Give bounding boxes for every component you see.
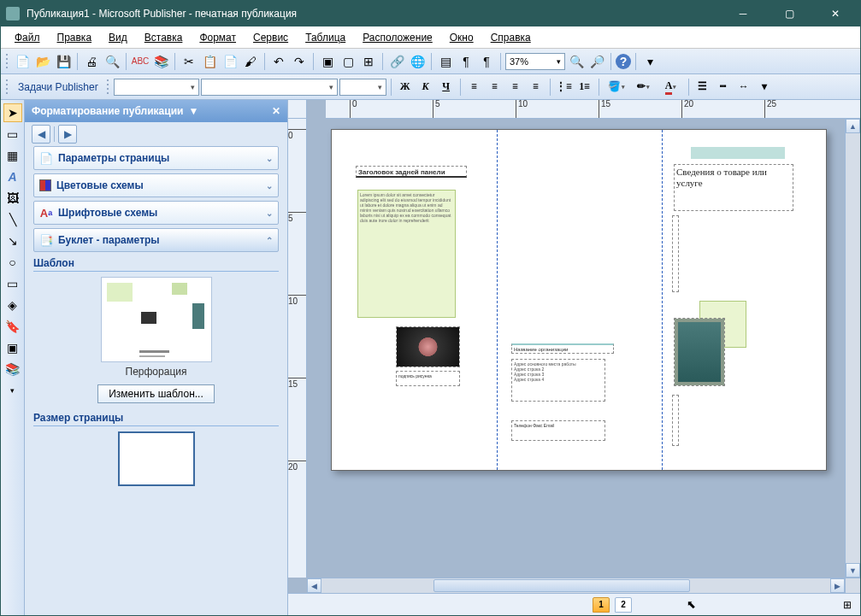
open-icon[interactable]: 📂 — [33, 52, 52, 71]
template-preview[interactable] — [101, 277, 212, 362]
zoom-out-icon[interactable]: 🔍 — [567, 52, 586, 71]
table-tool-icon[interactable]: ▦ — [3, 146, 22, 165]
spellcheck-icon[interactable]: ABC — [131, 52, 150, 71]
vertical-scrollbar[interactable]: ▲ ▼ — [845, 119, 860, 578]
menu-help[interactable]: Справка — [484, 29, 538, 46]
text-frame[interactable]: подпись рисунка — [396, 371, 460, 386]
text-frame[interactable]: Название организации — [511, 343, 614, 354]
print-icon[interactable]: 🖨 — [82, 52, 101, 71]
wordart-tool-icon[interactable]: A — [3, 167, 22, 186]
zoom-combo[interactable]: 37%▾ — [505, 53, 565, 70]
picture-tool-icon[interactable]: 🖼 — [3, 189, 22, 208]
scroll-down-icon[interactable]: ▼ — [846, 563, 860, 578]
text-frame[interactable]: Адрес основного места работыАдрес строка… — [511, 359, 605, 402]
nav-forward-icon[interactable]: ▶ — [58, 125, 77, 144]
text-frame[interactable]: Lorem ipsum dolor sit amet consectetur a… — [357, 190, 456, 318]
horizontal-ruler[interactable]: 0 5 10 15 20 25 30 — [326, 100, 845, 119]
font-size-combo[interactable]: ▾ — [339, 79, 386, 96]
text-frame[interactable]: Сведения о товаре или услуге — [674, 164, 793, 211]
bring-front-icon[interactable]: ▣ — [318, 52, 337, 71]
page-tab-2[interactable]: 2 — [615, 597, 632, 613]
menu-table[interactable]: Таблица — [298, 29, 352, 46]
category-color-schemes[interactable]: Цветовые схемы ⌄ — [33, 173, 279, 197]
arrow-style-icon[interactable]: ↔ — [734, 78, 753, 97]
change-template-button[interactable]: Изменить шаблон... — [97, 384, 215, 403]
item-library-icon[interactable]: 📚 — [3, 360, 22, 378]
copy-icon[interactable]: 📋 — [200, 52, 219, 71]
horizontal-scrollbar[interactable]: ◀ ▶ — [307, 578, 845, 593]
columns-icon[interactable]: ▤ — [436, 52, 455, 71]
undo-icon[interactable]: ↶ — [269, 52, 288, 71]
toolbar-options-icon[interactable]: ▾ — [755, 78, 774, 97]
select-tool-icon[interactable]: ➤ — [3, 103, 22, 122]
bookmark-tool-icon[interactable]: 🔖 — [3, 317, 22, 336]
paste-icon[interactable]: 📄 — [221, 52, 239, 71]
line-style-icon[interactable]: ☰ — [693, 78, 712, 97]
redo-icon[interactable]: ↷ — [290, 52, 309, 71]
menu-arrange[interactable]: Расположение — [356, 29, 439, 46]
fill-color-icon[interactable]: 🪣▾ — [604, 78, 629, 97]
align-right-icon[interactable]: ≡ — [506, 78, 525, 97]
picture-frame[interactable] — [674, 318, 725, 386]
page-tab-1[interactable]: 1 — [593, 597, 610, 613]
menu-file[interactable]: Файл — [8, 29, 47, 46]
maximize-button[interactable]: ▢ — [770, 1, 809, 26]
oval-tool-icon[interactable]: ○ — [3, 253, 22, 272]
menu-tools[interactable]: Сервис — [246, 29, 295, 46]
nav-back-icon[interactable]: ◀ — [32, 125, 50, 144]
bold-button[interactable]: Ж — [396, 78, 415, 97]
text-frame[interactable] — [691, 147, 785, 159]
tasks-label[interactable]: Задачи Publisher — [13, 79, 103, 95]
scroll-up-icon[interactable]: ▲ — [846, 119, 860, 133]
line-color-icon[interactable]: ✏▾ — [631, 78, 657, 97]
menu-edit[interactable]: Правка — [50, 29, 99, 46]
style-combo[interactable]: ▾ — [114, 79, 199, 96]
design-gallery-icon[interactable]: ▣ — [3, 338, 22, 357]
task-pane-menu-icon[interactable]: ▼ — [188, 105, 198, 117]
send-back-icon[interactable]: ▢ — [339, 52, 357, 71]
line-tool-icon[interactable]: ╲ — [3, 210, 22, 229]
italic-button[interactable]: К — [416, 78, 435, 97]
format-painter-icon[interactable]: 🖌 — [241, 52, 260, 71]
menu-window[interactable]: Окно — [443, 29, 481, 46]
bullets-icon[interactable]: ⋮≡ — [555, 78, 574, 97]
paragraph-icon[interactable]: ¶ — [457, 52, 475, 71]
font-combo[interactable]: ▾ — [201, 79, 338, 96]
menu-format[interactable]: Формат — [192, 29, 243, 46]
task-pane-close-icon[interactable]: ✕ — [272, 105, 280, 117]
toolbar-options-icon[interactable]: ▾ — [640, 52, 659, 71]
publication-page[interactable]: Заголовок задней панели Lorem ipsum dolo… — [331, 129, 827, 471]
new-icon[interactable]: 📄 — [13, 52, 32, 71]
page-size-preview[interactable] — [118, 431, 195, 486]
save-icon[interactable]: 💾 — [54, 52, 73, 71]
rectangle-tool-icon[interactable]: ▭ — [3, 274, 22, 293]
zoom-in-icon[interactable]: 🔎 — [587, 52, 606, 71]
vertical-ruler[interactable]: 0 5 10 15 20 — [288, 119, 307, 578]
underline-button[interactable]: Ч — [437, 78, 456, 97]
justify-icon[interactable]: ≡ — [527, 78, 545, 97]
scroll-thumb[interactable] — [433, 579, 690, 592]
close-button[interactable]: ✕ — [816, 1, 855, 26]
print-preview-icon[interactable]: 🔍 — [103, 52, 121, 71]
align-center-icon[interactable]: ≡ — [486, 78, 504, 97]
picture-frame[interactable] — [396, 326, 460, 367]
category-font-schemes[interactable]: Aa Шрифтовые схемы ⌄ — [33, 201, 279, 225]
category-booklet-options[interactable]: 📑 Буклет - параметры ⌃ — [33, 228, 279, 252]
text-frame[interactable] — [672, 215, 679, 292]
autoshapes-tool-icon[interactable]: ◈ — [3, 296, 22, 314]
text-frame[interactable]: Заголовок задней панели — [356, 166, 467, 178]
canvas[interactable]: Заголовок задней панели Lorem ipsum dolo… — [307, 119, 845, 578]
dash-style-icon[interactable]: ┅ — [714, 78, 733, 97]
text-frame[interactable]: Телефон Факс Email — [511, 420, 605, 441]
cut-icon[interactable]: ✂ — [180, 52, 198, 71]
minimize-button[interactable]: ─ — [723, 1, 763, 26]
text-frame[interactable] — [672, 395, 679, 446]
font-color-icon[interactable]: A▾ — [658, 78, 684, 97]
toolbar-grip[interactable] — [105, 79, 110, 96]
research-icon[interactable]: 📚 — [151, 52, 170, 71]
hyperlink-icon[interactable]: 🔗 — [387, 52, 406, 71]
arrow-tool-icon[interactable]: ↘ — [3, 232, 22, 250]
special-chars-icon[interactable]: ¶ — [477, 52, 496, 71]
textbox-tool-icon[interactable]: ▭ — [3, 125, 22, 144]
menu-view[interactable]: Вид — [102, 29, 134, 46]
